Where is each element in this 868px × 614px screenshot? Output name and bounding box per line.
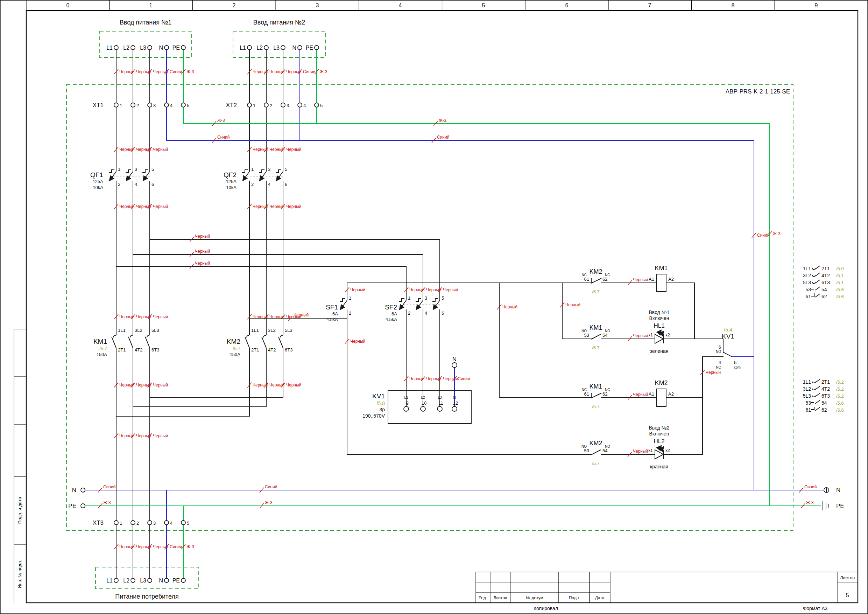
- input2-terminal: [264, 45, 268, 50]
- input1-terminal: [164, 45, 169, 50]
- ruler-6: 6: [566, 2, 569, 8]
- wire-color-label: Черный: [119, 204, 134, 209]
- ruler-3: 3: [316, 2, 319, 8]
- qf2-bottom-terminal: 6: [285, 182, 287, 187]
- xt3-terminal: [131, 521, 135, 525]
- contact-symbol: [812, 389, 815, 390]
- schematic-page: 0 1 2 3 4 5 6 7 8 9 Подп. и дата Инв. № …: [0, 0, 868, 614]
- output-terminal: [114, 578, 118, 583]
- output-terminal: [164, 578, 169, 583]
- contact2-left: 53: [584, 333, 589, 338]
- hl2-x1: x1: [648, 448, 653, 453]
- wire-color-label: Черный: [706, 370, 721, 375]
- km2-labels: KM2 /5.7 150A: [227, 338, 240, 357]
- lamp-hl1: Ввод №1 Включен HL1 x1 x2 зеленая: [648, 309, 670, 354]
- power-wiring: [85, 50, 824, 578]
- wire-color-label: Ж-3: [217, 118, 225, 123]
- wire-color-label: Черный: [253, 204, 268, 209]
- contact4-left: 53: [584, 448, 589, 453]
- ruler-9: 9: [815, 2, 818, 8]
- wire-color-label: Черный: [119, 314, 134, 319]
- input2-terminal-label: L3: [273, 45, 279, 51]
- xt2-terminal-number: 1: [253, 103, 256, 108]
- coil1-name: KM1: [654, 265, 668, 272]
- xt1-terminal: [148, 103, 152, 107]
- sf1-name: SF1: [326, 303, 338, 311]
- wire-color-label: Черный: [119, 434, 134, 438]
- coil1-a1: A1: [649, 277, 654, 282]
- wire-color-label: Черный: [153, 382, 168, 387]
- km1-name: KM1: [93, 338, 107, 345]
- wire-color-label: Черный: [119, 544, 134, 549]
- hl1-lamp-icon: [655, 330, 664, 344]
- km1-xref-ref: /5.1: [836, 280, 844, 285]
- output-terminal-label: L1: [106, 578, 113, 583]
- wire-color-label: Черный: [286, 147, 301, 152]
- wire-color-label: Ж-3: [806, 500, 814, 505]
- kv1-nc-num: 4: [719, 360, 721, 365]
- input2-terminal-label: L2: [256, 45, 263, 51]
- km2-ref: /5.7: [232, 346, 240, 351]
- wire-color-label: Синий: [170, 544, 182, 549]
- kv1-relay: KV1 /5.8 3p 190..570V N: [363, 356, 471, 424]
- kv1-com-num: 5: [734, 360, 736, 365]
- xt1-terminal-number: 3: [153, 103, 156, 108]
- xt2-terminal: [315, 103, 319, 107]
- titleblock-sheets-label: Листов: [840, 575, 855, 580]
- qf1-top-terminal: 1: [118, 166, 120, 172]
- xt2-terminal: [264, 103, 268, 107]
- titleblock-col-docnum: № докум: [526, 595, 543, 600]
- wire-color-label: Черный: [633, 277, 648, 282]
- wire-color-label: Ж-3: [265, 500, 273, 505]
- km2-xref-ref: /5.2: [836, 393, 844, 399]
- qf2-name: QF2: [223, 171, 237, 179]
- km2-name: KM2: [227, 338, 240, 345]
- wire-color-label: Черный: [633, 449, 648, 454]
- km2-bottom-terminal: 2T1: [251, 347, 259, 353]
- km2-xref-left: 5L3: [803, 393, 811, 399]
- xt1-terminal: [131, 103, 135, 107]
- wire-color-label: Черный: [195, 234, 210, 239]
- contact3-left: 61: [584, 392, 589, 396]
- qf1-bottom-terminal: 6: [152, 182, 154, 187]
- qf2-labels: QF2 125A 10kA: [223, 171, 237, 190]
- breaker-symbols: [109, 167, 440, 353]
- xt1-terminal-number: 1: [119, 103, 122, 108]
- xt1-terminal: [164, 103, 169, 107]
- ruler-8: 8: [732, 2, 735, 8]
- qf2-current: 125A: [226, 179, 237, 184]
- km2-top-terminal: 1L1: [251, 328, 259, 333]
- km1-bottom-terminal: 6T3: [152, 347, 159, 353]
- contact2-ref: /5.7: [592, 345, 600, 350]
- coil2-a2: A2: [668, 392, 674, 396]
- n-bus-left-label: N: [72, 487, 76, 494]
- wire-color-label: Черный: [633, 392, 648, 397]
- xt2-terminal-number: 2: [270, 103, 272, 108]
- sf1-bottom-terminal: 2: [349, 311, 351, 316]
- kv1-terminal: [404, 406, 409, 411]
- xt2-terminal: [298, 103, 302, 107]
- xt3-terminal: [181, 521, 185, 525]
- wire-color-label: Черный: [270, 314, 284, 319]
- km2-current: 150A: [230, 352, 241, 357]
- input1-terminal: [181, 45, 185, 50]
- kv1-nc: NC: [716, 365, 721, 369]
- km1-xref-left: 53: [805, 287, 811, 292]
- kv1-terminal-phase: L3: [438, 396, 442, 399]
- n-bus-right-label: N: [836, 487, 840, 494]
- pe-bus-left-label: PE: [68, 503, 76, 509]
- hl2-color: красная: [650, 464, 668, 469]
- kv1-terminal-phase: L2: [421, 396, 425, 399]
- sidebar-label-inv: Инв. № подл.: [17, 560, 22, 588]
- km2-xref-right: 62: [822, 407, 827, 413]
- input1-terminal: [148, 45, 152, 50]
- coil1-a2: A2: [668, 277, 674, 282]
- sf2-top-terminal: 3: [425, 295, 427, 301]
- pe-bus-right-label: PE: [836, 503, 844, 509]
- sf1-current: 6A: [332, 311, 338, 316]
- output-terminal-label: L3: [140, 578, 146, 583]
- wire-color-label: Ж-3: [186, 69, 194, 74]
- qf2-top-terminal: 1: [251, 166, 254, 172]
- wire-color-label: Черный: [270, 69, 284, 74]
- input1-terminal-label: L3: [140, 45, 146, 51]
